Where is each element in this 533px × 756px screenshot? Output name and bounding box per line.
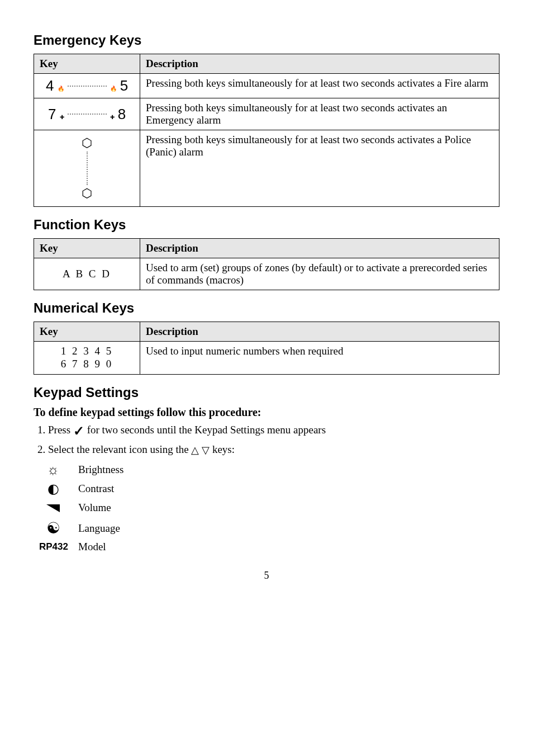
settings-row-language: ☯ Language [39,519,499,537]
keys-67890: 6 7 8 9 0 [40,358,134,371]
key-4: 4 [46,77,54,94]
settings-label: Volume [78,502,111,514]
table-header-desc: Description [140,322,499,342]
desc-cell: Used to input numeric numbers when requi… [140,342,499,375]
numerical-keys-table: Key Description 1 2 3 4 5 6 7 8 9 0 Used… [34,322,499,375]
desc-cell: Pressing both keys simultaneously for at… [140,74,499,98]
procedure-heading: To define keypad settings follow this pr… [34,406,499,419]
settings-row-model: RP432 Model [39,541,499,553]
table-header-key: Key [34,239,140,258]
settings-row-brightness: ☼ Brightness [39,462,499,478]
settings-label: Language [78,522,120,535]
triangle-up-icon: △ [191,444,199,456]
table-header-key: Key [34,322,140,342]
table-row: A B C D Used to arm (set) groups of zone… [34,258,499,290]
key-pair-4-5: 4 🔥 🔥 5 [40,77,134,94]
procedure-step-1: Press ✓ for two seconds until the Keypad… [48,423,499,439]
dotted-connector [68,86,107,87]
dotted-connector-v [87,152,88,185]
table-row: ⬡ ⬡ Pressing both keys simultaneously fo… [34,130,499,207]
table-row: 4 🔥 🔥 5 Pressing both keys simultaneousl… [34,74,499,98]
settings-options-list: ☼ Brightness ◐ Contrast Volume ☯ Languag… [39,462,499,553]
brightness-icon: ☼ [39,462,67,478]
settings-row-volume: Volume [39,500,499,516]
table-row: 7 ✚ ✚ 8 Pressing both keys simultaneousl… [34,98,499,130]
keys-12345: 1 2 3 4 5 [40,345,134,358]
police-key-stack: ⬡ ⬡ [40,134,134,203]
section-heading-keypad: Keypad Settings [34,385,499,400]
language-icon: ☯ [39,519,67,537]
badge-icon-top: ⬡ [82,137,92,149]
desc-cell: Pressing both keys simultaneously for at… [140,98,499,130]
fire-icon-left: 🔥 [58,86,64,92]
procedure-list: Press ✓ for two seconds until the Keypad… [34,423,499,457]
key-5: 5 [120,77,128,94]
model-key-label: RP432 [39,541,67,552]
check-icon: ✓ [73,423,84,439]
contrast-icon: ◐ [39,481,67,497]
procedure-step-2: Select the relevant icon using the △ ▽ k… [48,443,499,457]
badge-icon-bottom: ⬡ [82,187,92,200]
key-8: 8 [118,106,126,122]
desc-cell: Pressing both keys simultaneously for at… [140,130,499,207]
desc-cell: Used to arm (set) groups of zones (by de… [140,258,499,290]
settings-label: Contrast [78,483,114,495]
section-heading-numerical: Numerical Keys [34,300,499,316]
section-heading-emergency: Emergency Keys [34,32,499,48]
plus-icon-left: ✚ [60,114,64,120]
volume-icon [39,500,67,516]
plus-icon-right: ✚ [110,114,115,120]
emergency-keys-table: Key Description 4 🔥 🔥 5 Pressing both ke… [34,54,499,207]
keys-abcd: A B C D [40,266,134,282]
function-keys-table: Key Description A B C D Used to arm (set… [34,238,499,290]
settings-label: Brightness [78,464,123,476]
fire-icon-right: 🔥 [110,86,117,92]
settings-row-contrast: ◐ Contrast [39,481,499,497]
table-header-desc: Description [140,54,499,74]
section-heading-function: Function Keys [34,217,499,233]
table-row: 1 2 3 4 5 6 7 8 9 0 Used to input numeri… [34,342,499,375]
settings-label: Model [78,541,106,553]
table-header-desc: Description [140,239,499,258]
table-header-key: Key [34,54,140,74]
page-number: 5 [34,570,499,582]
triangle-down-icon: ▽ [202,444,210,456]
key-pair-7-8: 7 ✚ ✚ 8 [40,106,134,123]
key-7: 7 [48,106,56,122]
dotted-connector [68,114,107,115]
